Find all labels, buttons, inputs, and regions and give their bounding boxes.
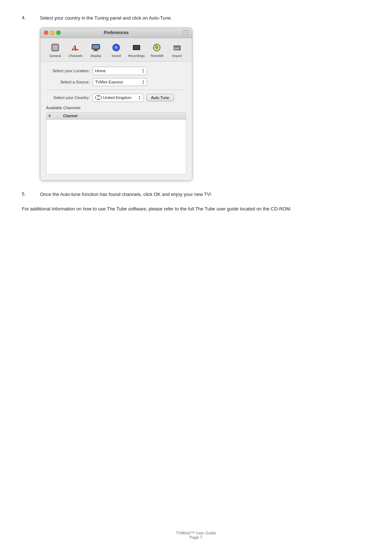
display-label: Display [90,54,101,59]
titlebar: Preferences [40,28,192,38]
source-select[interactable]: TVMini Express ▲ ▼ [93,78,147,86]
step-4-text: Select your country in the Tuning panel … [40,15,172,21]
general-icon [49,42,61,53]
toolbar-item-display[interactable]: Display [86,41,105,59]
svg-rect-22 [95,97,102,98]
step-5-number: 5. [22,191,40,197]
up-arrow-icon: ▲ [142,68,144,71]
down-arrow-icon: ▼ [142,71,144,73]
location-stepper[interactable]: ▲ ▼ [142,68,144,73]
channels-icon: A [70,42,81,53]
toolbar-icons: General A Channels [46,41,187,59]
country-row: Select your Country: [46,94,186,102]
preferences-window: Preferences General [40,28,192,181]
window-title: Preferences [104,29,129,36]
toolbar-item-sound[interactable]: Sound [107,41,126,59]
source-stepper[interactable]: ▲ ▼ [142,79,144,85]
location-row: Select your Location: Home ▲ ▼ [46,67,186,75]
country-select[interactable]: United Kingdom ▲ ▼ [93,94,143,102]
minimize-button[interactable] [50,30,54,35]
svg-rect-1 [53,45,58,50]
recordings-label: Recordings [128,54,145,59]
toolbar-item-recordings[interactable]: Recordings [127,41,146,59]
svg-rect-24 [95,98,102,98]
svg-rect-6 [94,49,97,50]
up-arrow-icon: ▲ [138,95,141,98]
country-value: United Kingdom [103,95,131,101]
step-4-number: 4. [22,15,40,20]
toolbar-item-timeshift[interactable]: Timeshift [147,41,166,59]
sound-icon [110,42,122,53]
svg-line-18 [95,95,102,100]
source-row: Select a Source: TVMini Express ▲ ▼ [46,78,186,86]
svg-rect-23 [98,95,99,100]
svg-line-19 [95,95,102,100]
close-button[interactable] [44,30,48,35]
timeshift-label: Timeshift [150,54,163,59]
export-icon: EXP [171,42,183,53]
location-select[interactable]: Home ▲ ▼ [93,67,147,75]
export-label: Export [172,54,182,59]
svg-line-20 [95,95,102,100]
general-label: General [49,54,61,59]
toolbar-item-general[interactable]: General [46,41,65,59]
svg-rect-5 [93,45,99,49]
svg-rect-25 [98,95,99,100]
up-arrow-icon: ▲ [142,79,144,82]
svg-rect-17 [95,95,102,100]
svg-text:EXP: EXP [174,47,179,50]
resize-button[interactable] [183,30,188,35]
channels-label: Channels [69,54,82,59]
svg-point-10 [115,47,117,48]
footer-line-2: Page 7 [0,535,392,539]
maximize-button[interactable] [56,30,61,35]
down-arrow-icon: ▼ [138,98,141,100]
timeshift-icon [151,42,163,53]
svg-rect-7 [93,50,98,51]
source-value: TVMini Express [95,79,123,85]
toolbar-item-export[interactable]: EXP Export [168,41,187,59]
svg-line-21 [95,95,102,100]
step-5-text: Once the Auto-tune function has found ch… [40,191,370,198]
display-icon [90,42,102,53]
col-number-header: # [49,113,63,119]
channels-table: # Channel [46,112,186,175]
step-4: 4. Select your country in the Tuning pan… [22,15,370,181]
auto-tune-button[interactable]: Auto Tune [146,94,174,101]
step-5: 5. Once the Auto-tune function has found… [22,191,370,198]
page-footer: TVMini2™ User Guide Page 7 [0,531,392,539]
recordings-icon [131,42,142,53]
sound-label: Sound [111,54,121,59]
available-channels-label: Available Channels: [46,105,186,111]
uk-flag-icon [95,95,102,100]
country-label: Select your Country: [46,95,90,101]
traffic-lights [44,30,61,35]
footer-line-1: TVMini2™ User Guide [0,531,392,535]
prefs-body: Select your Location: Home ▲ ▼ Select a … [40,62,192,180]
channels-body[interactable] [46,120,186,174]
divider [46,90,186,90]
channels-header: # Channel [46,112,186,120]
location-value: Home [95,68,106,74]
down-arrow-icon: ▼ [142,82,144,85]
additional-info-paragraph: For additional information on how to use… [22,205,370,213]
col-channel-header: Channel [63,113,184,119]
source-label: Select a Source: [46,79,90,85]
svg-text:A: A [71,43,77,52]
toolbar-item-channels[interactable]: A Channels [66,41,85,59]
svg-rect-12 [134,46,139,49]
toolbar: General A Channels [40,38,192,62]
location-label: Select your Location: [46,68,90,74]
country-stepper[interactable]: ▲ ▼ [138,95,141,100]
